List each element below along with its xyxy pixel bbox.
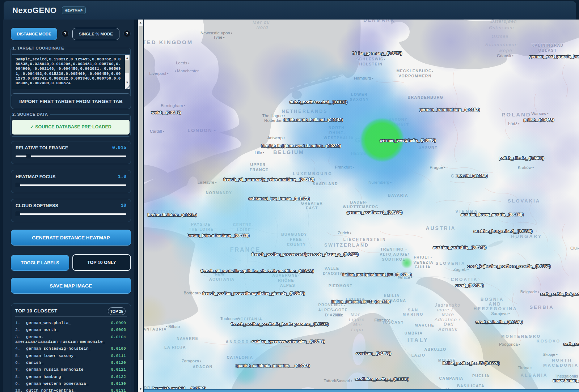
svg-text:croat_dalmatia_ (0.0504): croat_dalmatia_ (0.0504) [476, 320, 523, 324]
svg-text:catalan_pyrenees-orientales_ (: catalan_pyrenees-orientales_ (0.0799) [252, 339, 325, 344]
svg-text:serb_se: serb_se [563, 342, 579, 346]
svg-text:corsican_ (0.1056): corsican_ (0.1056) [356, 351, 391, 355]
svg-text:croat_ (0.0436): croat_ (0.0436) [455, 283, 484, 287]
svg-text:Nord: Nord [256, 25, 268, 30]
svg-text:french_occitan_provence-alpes-: french_occitan_provence-alpes-cote_dazur… [252, 252, 359, 256]
svg-text:Cluj-N: Cluj-N [570, 246, 579, 250]
svg-text:MECKLENBURG-: MECKLENBURG- [396, 69, 434, 73]
svg-text:frisian_germany_ (0.0175): frisian_germany_ (0.0175) [352, 51, 402, 55]
svg-text:macedonian_g: macedonian_g [553, 378, 579, 383]
svg-text:Mer: Mer [353, 322, 363, 327]
svg-text:polish_silesia_ (0.0408): polish_silesia_ (0.0408) [499, 156, 544, 160]
svg-text:german_east_prussia_braun: german_east_prussia_braun [529, 54, 579, 59]
svg-text:czech_ (0.0288): czech_ (0.0288) [458, 174, 487, 178]
svg-text:austrian_burgenland_ (0.0294): austrian_burgenland_ (0.0294) [474, 229, 532, 233]
svg-text:ashkenazi_jew_france_ (0.1473): ashkenazi_jew_france_ (0.1473) [249, 196, 310, 201]
svg-text:french_oil_nouvelle-aquitaine_: french_oil_nouvelle-aquitaine_charente-m… [201, 269, 314, 273]
svg-text:austrian_lower_austria_ (0.025: austrian_lower_austria_ (0.0258) [461, 212, 524, 217]
svg-text:german_westphalia_ (0.0090): german_westphalia_ (0.0090) [380, 138, 436, 142]
svg-text:italian_northpiedmont_is=9 (0.: italian_northpiedmont_is=9 (0.0786) [343, 272, 412, 277]
svg-text:Mer du: Mer du [253, 20, 270, 25]
svg-text:dutch_south_holland_ (0.0142): dutch_south_holland_ (0.0142) [283, 118, 343, 122]
svg-text:breton_loire-atlantique_ (0.03: breton_loire-atlantique_ (0.0326) [187, 233, 249, 238]
svg-text:german_brandenburg_ (0.0153): german_brandenburg_ (0.0153) [419, 107, 479, 112]
svg-text:flemish_belgium_west_flanders_: flemish_belgium_west_flanders_ (0.0229) [261, 144, 341, 148]
svg-text:sardinian_north_o_ (0.1318): sardinian_north_o_ (0.1318) [355, 377, 409, 381]
svg-text:VORPOMMERN: VORPOMMERN [398, 74, 432, 78]
svg-text:croat_kajkavian_northern_croat: croat_kajkavian_northern_croatia_ (0.035… [467, 264, 551, 268]
svg-text:italian_molise_bs=19 (0.1226): italian_molise_bs=19 (0.1226) [443, 361, 499, 365]
svg-text:Ligur: Ligur [351, 327, 364, 332]
svg-text:german_southwest_ (0.0262): german_southwest_ (0.0262) [347, 210, 402, 214]
svg-text:polish_ (0.0468): polish_ (0.0468) [524, 118, 554, 122]
svg-text:serb_serbia_belgrade_i: serb_serbia_belgrade_i [540, 292, 579, 296]
svg-text:breton_finistere_ (0.0217): breton_finistere_ (0.0217) [148, 213, 197, 217]
svg-text:french_occitan_nouvelle-aquita: french_occitan_nouvelle-aquitaine_girond… [203, 291, 305, 295]
svg-text:Lille •: Lille • [255, 150, 265, 155]
svg-text:french_oil_normandy_seine-mari: french_oil_normandy_seine-maritime_ (0.0… [224, 177, 314, 182]
svg-text:spanish_catalonia_penedes__ (0: spanish_catalonia_penedes__ (0.0703) [235, 363, 310, 368]
svg-text:welsh_ (0.0197): welsh_ (0.0197) [151, 110, 181, 115]
svg-text:dutch_north+central_ (0.0131): dutch_north+central_ (0.0131) [290, 100, 347, 104]
svg-text:italian_cuneese_is=10 (0.0729): italian_cuneese_is=10 (0.0729) [331, 299, 390, 304]
svg-text:french_occitan_occitanie_haute: french_occitan_occitanie_haute-garonne_ … [231, 322, 329, 326]
svg-text:austrian_carinthia_ (0.0345): austrian_carinthia_ (0.0345) [433, 245, 486, 250]
